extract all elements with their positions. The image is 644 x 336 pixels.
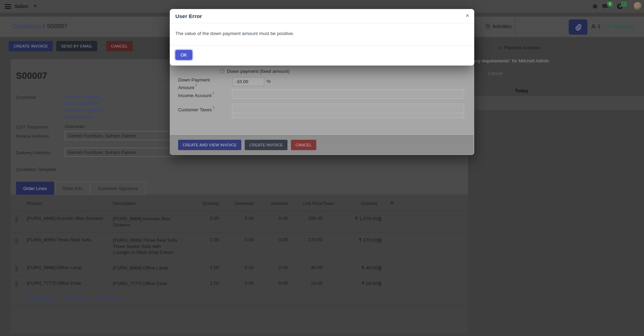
tab-other-info[interactable]: Other Info — [55, 182, 90, 195]
delete-row-icon[interactable] — [377, 260, 390, 275]
cell-invoiced[interactable]: 0.00 — [254, 211, 288, 225]
invoice-address-input[interactable] — [65, 131, 179, 140]
wizard-cancel-button[interactable]: CANCEL — [291, 140, 316, 150]
col-description[interactable]: Description — [113, 195, 198, 211]
col-delivered[interactable]: Delivered — [219, 195, 254, 211]
table-row[interactable]: ⣿ [FURN_8999] Three-Seat Sofa [FURN_8999… — [11, 233, 468, 260]
income-account-input[interactable] — [232, 89, 464, 99]
new-tab-plus-icon[interactable]: + — [33, 2, 37, 9]
cancel-order-button[interactable]: CANCEL — [106, 41, 133, 51]
paperclip-icon — [575, 24, 581, 31]
table-row[interactable]: ⣿ [FURN_6666] Acoustic Bloc Screens [FUR… — [11, 211, 468, 233]
radio-label: Down payment (fixed amount) — [227, 69, 290, 74]
col-invoiced[interactable]: Invoiced — [254, 195, 288, 211]
cell-invoiced[interactable]: 0.00 — [254, 233, 288, 247]
user-error-modal: User Error × The value of the down payme… — [170, 9, 474, 66]
customer-taxes-label: Customer Taxes? — [178, 105, 221, 113]
down-payment-amount-input[interactable] — [233, 77, 264, 86]
customer-label: Customer? — [16, 94, 39, 100]
following-button[interactable]: ✔Following — [607, 24, 633, 29]
tab-order-lines[interactable]: Order Lines — [16, 182, 54, 195]
user-avatar[interactable] — [633, 1, 643, 11]
create-invoice-button[interactable]: CREATE INVOICE — [9, 41, 53, 51]
delete-row-icon[interactable] — [377, 211, 390, 226]
activity-cancel-link[interactable]: Cancel — [488, 71, 502, 76]
customer-country[interactable]: United States — [65, 113, 103, 120]
col-subtotal[interactable]: Subtotal — [354, 195, 377, 211]
drag-handle-icon[interactable]: ⣿ — [15, 276, 27, 291]
cell-description[interactable]: [FURN_8999] Three-Seat Sofa Three Seater… — [113, 233, 198, 260]
radio-icon — [220, 69, 224, 74]
cell-description[interactable]: [FURN_8888] Office Lamp — [113, 260, 198, 276]
delivery-address-input[interactable] — [65, 148, 179, 157]
add-a-product-link[interactable]: Add a product — [27, 296, 55, 301]
delete-row-icon[interactable] — [377, 233, 390, 248]
create-and-view-invoice-button[interactable]: CREATE AND VIEW INVOICE — [178, 140, 241, 150]
customer-city[interactable]: Fairfield CA 94535 — [65, 107, 103, 113]
cell-invoiced[interactable]: 0.00 — [254, 276, 288, 290]
wizard-create-invoice-button[interactable]: CREATE INVOICE — [245, 140, 287, 150]
col-quantity[interactable]: Quantity — [198, 195, 219, 211]
close-icon[interactable]: × — [466, 12, 469, 19]
cell-quantity[interactable]: 1.00 — [198, 233, 219, 247]
cell-quantity[interactable]: 5.00 — [198, 211, 219, 225]
cell-delivered[interactable]: 0.00 — [219, 276, 254, 290]
cell-unit-price[interactable]: 18.00 — [288, 276, 323, 290]
cell-taxes[interactable] — [323, 233, 354, 242]
cell-quantity[interactable]: 1.00 — [198, 260, 219, 275]
delete-row-icon[interactable] — [377, 276, 390, 291]
cell-invoiced[interactable]: 0.00 — [254, 260, 288, 275]
col-unit-price[interactable]: Unit Price — [288, 195, 323, 211]
activities-button[interactable]: Activities — [485, 24, 511, 29]
gst-treatment-value[interactable]: Overseas — [65, 124, 85, 129]
app-name[interactable]: Sales — [15, 3, 28, 9]
ok-button[interactable]: OK — [175, 50, 192, 60]
cell-delivered[interactable]: 0.00 — [219, 233, 254, 247]
activity-row-highlight[interactable] — [468, 96, 644, 110]
cell-description[interactable]: [FURN_7777] Office Chair — [113, 276, 198, 291]
cell-product[interactable]: [FURN_7777] Office Chair — [27, 276, 113, 290]
quotation-template-label: Quotation Template? — [16, 166, 59, 172]
breadcrumb-quotations-link[interactable]: Quotations — [12, 23, 41, 29]
customer-taxes-input[interactable] — [232, 104, 464, 113]
cell-description[interactable]: [FURN_6666] Acoustic Bloc Screens — [113, 211, 198, 232]
send-by-email-button[interactable]: SEND BY EMAIL — [56, 41, 98, 51]
down-payment-fixed-radio[interactable]: Down payment (fixed amount) — [220, 69, 290, 74]
modal-header: User Error × — [170, 9, 474, 23]
cell-taxes[interactable] — [323, 260, 354, 269]
bug-icon[interactable] — [592, 3, 599, 10]
table-row[interactable]: ⣿ [FURN_7777] Office Chair [FURN_7777] O… — [11, 276, 468, 292]
cell-unit-price[interactable]: 40.00 — [288, 260, 323, 275]
cell-product[interactable]: [FURN_8888] Office Lamp — [27, 260, 113, 275]
cell-product[interactable]: [FURN_6666] Acoustic Bloc Screens — [27, 211, 113, 225]
drag-handle-icon[interactable]: ⣿ — [15, 260, 27, 276]
col-taxes[interactable]: Taxes — [323, 195, 354, 211]
cell-quantity[interactable]: 1.00 — [198, 276, 219, 290]
hamburger-menu-icon[interactable] — [5, 4, 11, 9]
cell-delivered[interactable]: 0.00 — [219, 260, 254, 275]
col-product[interactable]: Product — [27, 195, 113, 211]
customer-address-links[interactable]: Gemini Furniture 317 Fairchild Dr Fairfi… — [65, 94, 103, 120]
cell-taxes[interactable] — [323, 276, 354, 285]
following-label: Following — [613, 24, 633, 29]
down-payment-amount-label: Down Payment Amount? — [178, 77, 221, 91]
add-a-note-link[interactable]: Add a note — [100, 296, 122, 301]
cell-delivered[interactable]: 0.00 — [219, 211, 254, 225]
chatter-panel: ▾Planned activities very requirements" f… — [468, 37, 644, 336]
add-a-section-link[interactable]: Add a section — [64, 296, 91, 301]
cell-unit-price[interactable]: 173.00 — [288, 233, 323, 247]
followers-button[interactable]: 3 — [591, 24, 600, 29]
customer-street[interactable]: 317 Fairchild Dr — [65, 100, 103, 107]
customer-name-link[interactable]: Gemini Furniture — [65, 94, 103, 100]
modal-title: User Error — [175, 13, 202, 19]
tab-customer-signature[interactable]: Customer Signature — [91, 182, 145, 195]
optional-columns-icon[interactable] — [390, 195, 398, 210]
cell-taxes[interactable] — [323, 211, 354, 220]
cell-product[interactable]: [FURN_8999] Three-Seat Sofa — [27, 233, 113, 247]
planned-activities-separator[interactable]: ▾Planned activities — [468, 45, 644, 51]
drag-handle-icon[interactable]: ⣿ — [15, 233, 27, 248]
table-row[interactable]: ⣿ [FURN_8888] Office Lamp [FURN_8888] Of… — [11, 260, 468, 276]
attachments-button[interactable] — [569, 19, 587, 35]
drag-handle-icon[interactable]: ⣿ — [15, 211, 27, 226]
cell-unit-price[interactable]: 295.00 — [288, 211, 323, 225]
